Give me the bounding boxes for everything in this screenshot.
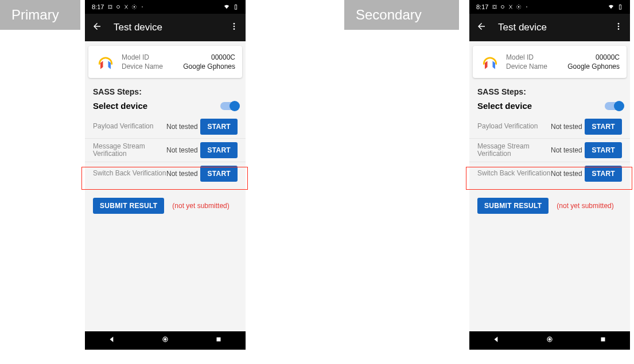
app-bar: Test device: [469, 14, 630, 41]
wifi-icon: [224, 4, 230, 10]
square-icon: [599, 335, 607, 343]
svg-rect-14: [619, 5, 621, 10]
more-button[interactable]: [230, 22, 239, 33]
device-card: Model ID 00000C Device Name Google Gphon…: [473, 46, 627, 78]
test-name: Message Stream Verification: [477, 143, 551, 158]
start-button[interactable]: START: [585, 166, 622, 182]
nav-bar: [85, 331, 246, 350]
svg-point-9: [164, 338, 167, 341]
app-bar: Test device: [85, 14, 246, 41]
secondary-badge: Secondary: [344, 0, 459, 30]
more-button[interactable]: [614, 22, 623, 33]
nav-home[interactable]: [161, 335, 169, 346]
test-row: Message Stream Verification Not tested S…: [85, 138, 246, 162]
headphones-icon: [480, 52, 500, 72]
nav-back[interactable]: [492, 335, 500, 346]
start-button[interactable]: START: [585, 142, 622, 158]
device-name-label: Device Name: [506, 62, 547, 71]
nav-home[interactable]: [546, 335, 554, 346]
test-name: Switch Back Verification: [477, 170, 551, 177]
circle-icon: [500, 4, 505, 10]
svg-point-13: [527, 6, 528, 7]
test-status: Not tested: [551, 123, 585, 131]
submit-status: (not yet submitted): [557, 202, 613, 210]
glyph-icon: [123, 4, 129, 10]
svg-point-2: [142, 6, 143, 7]
svg-point-16: [618, 23, 620, 25]
select-device-toggle[interactable]: [220, 102, 238, 110]
model-id-label: Model ID: [506, 53, 534, 61]
svg-point-1: [134, 6, 135, 8]
svg-point-17: [618, 26, 620, 28]
submit-result-button[interactable]: SUBMIT RESULT: [477, 198, 549, 214]
test-status: Not tested: [166, 146, 200, 154]
svg-point-11: [501, 6, 504, 9]
sass-steps-header: SASS Steps:: [469, 83, 630, 96]
test-row: Message Stream Verification Not tested S…: [469, 138, 630, 162]
dot-icon: [524, 4, 530, 10]
test-status: Not tested: [551, 146, 585, 154]
nav-bar: [469, 331, 630, 350]
nav-back[interactable]: [108, 335, 116, 346]
nav-recent[interactable]: [599, 335, 607, 346]
device-name-value: Google Gphones: [183, 62, 235, 71]
circle-icon: [161, 335, 169, 343]
start-button[interactable]: START: [200, 119, 238, 135]
debug-icon: [492, 4, 497, 10]
dots-vertical-icon: [614, 22, 623, 31]
page-title: Test device: [114, 22, 162, 33]
arrow-left-icon: [92, 21, 102, 32]
nav-recent[interactable]: [215, 335, 223, 346]
status-icons-left: [492, 4, 530, 10]
page-title: Test device: [498, 22, 547, 33]
test-row: Payload Verification Not tested START: [469, 115, 630, 138]
headphones-icon: [95, 52, 116, 72]
model-id-label: Model ID: [122, 53, 149, 61]
svg-point-0: [117, 6, 120, 9]
triangle-left-icon: [108, 335, 116, 343]
test-name: Message Stream Verification: [93, 143, 166, 158]
arrow-left-icon: [476, 21, 487, 32]
device-name-value: Google Gphones: [567, 62, 620, 71]
svg-rect-3: [235, 5, 236, 10]
battery-icon: [617, 4, 623, 10]
device-card: Model ID 00000C Device Name Google Gphon…: [88, 46, 242, 78]
svg-rect-4: [235, 5, 236, 5]
dots-vertical-icon: [230, 22, 239, 31]
svg-point-5: [234, 23, 235, 25]
submit-status: (not yet submitted): [172, 202, 229, 210]
circle-icon: [115, 4, 121, 10]
status-time: 8:17: [476, 3, 488, 10]
start-button[interactable]: START: [585, 119, 622, 135]
phone-primary: 8:17 Test device: [85, 0, 246, 350]
select-device-label: Select device: [93, 101, 147, 111]
svg-point-6: [234, 26, 235, 28]
dot-icon: [139, 4, 145, 10]
svg-point-20: [549, 338, 551, 341]
start-button[interactable]: START: [200, 166, 238, 182]
test-status: Not tested: [166, 170, 200, 178]
start-button[interactable]: START: [200, 142, 238, 158]
test-row: Switch Back Verification Not tested STAR…: [85, 162, 246, 185]
select-device-toggle[interactable]: [605, 102, 622, 110]
device-name-label: Device Name: [122, 62, 163, 71]
status-bar: 8:17: [469, 0, 630, 14]
test-name: Switch Back Verification: [93, 170, 166, 177]
back-button[interactable]: [92, 21, 102, 34]
status-time: 8:17: [92, 3, 104, 10]
test-status: Not tested: [166, 123, 200, 131]
debug-icon: [107, 4, 113, 10]
model-id-value: 00000C: [211, 53, 235, 61]
sass-steps-header: SASS Steps:: [85, 83, 246, 96]
battery-icon: [233, 4, 239, 10]
svg-point-12: [518, 6, 520, 8]
back-button[interactable]: [476, 21, 487, 34]
svg-rect-10: [217, 338, 221, 342]
submit-result-button[interactable]: SUBMIT RESULT: [93, 198, 164, 214]
select-device-label: Select device: [477, 101, 532, 111]
gear-icon: [516, 4, 522, 10]
test-name: Payload Verification: [477, 123, 551, 130]
test-name: Payload Verification: [93, 123, 166, 130]
test-status: Not tested: [551, 170, 585, 178]
square-icon: [215, 335, 223, 343]
